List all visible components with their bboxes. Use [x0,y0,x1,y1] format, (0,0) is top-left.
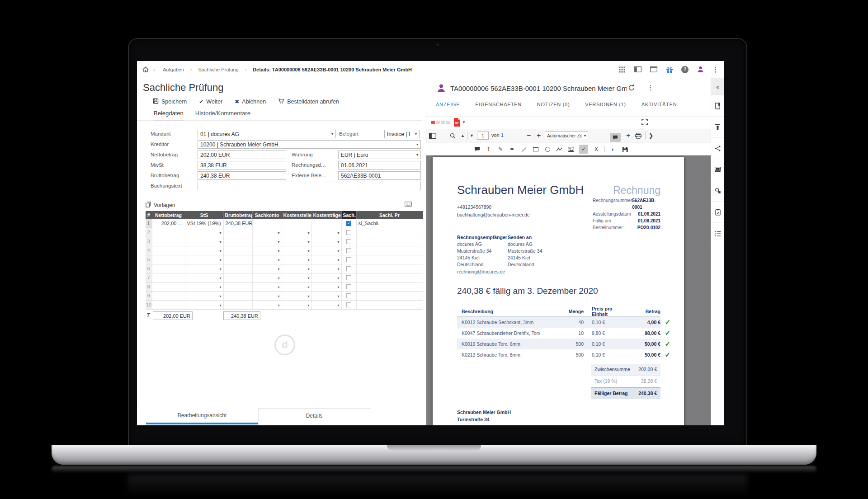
sts-select-cell[interactable]: ▾ [185,300,223,309]
pdf-file-button[interactable]: ▼ [453,118,466,127]
refresh-icon[interactable] [628,84,635,93]
breadcrumb-item[interactable]: Aufgaben [163,67,184,72]
check-tool-icon[interactable]: ✓ [579,145,588,154]
toggle-annotations-icon[interactable]: ◐ [609,145,617,154]
sachkonto-select-cell[interactable]: ▾ [252,255,282,264]
tab-bearbeitungsansicht[interactable]: Bearbeitungsansicht [146,408,258,424]
netto-cell[interactable] [152,300,185,309]
sachl-cell[interactable] [356,282,423,291]
check-annotation[interactable]: ✓ [665,329,670,337]
ellipse-tool-icon[interactable] [544,145,551,154]
comment-bubble-icon[interactable] [473,145,481,154]
sachl-cell[interactable] [356,300,423,309]
back-chevron[interactable]: ‹ [153,66,155,73]
brutto-cell[interactable] [223,273,252,282]
gift-icon[interactable] [665,66,674,74]
brutto-cell[interactable] [223,246,252,255]
kostentraeger-select-cell[interactable]: ▾ [311,264,341,273]
sach-checkbox[interactable] [346,248,351,253]
kostenstelle-select-cell[interactable]: ▾ [282,237,311,246]
sachkonto-select-cell[interactable]: ▾ [252,300,282,309]
kostenstelle-select-cell[interactable]: ▾ [282,291,311,300]
kostenstelle-select-cell[interactable]: ▾ [282,273,311,282]
user-icon[interactable] [696,66,704,74]
nettobetrag-field[interactable]: 202,00 EUR [198,151,286,159]
reject-button[interactable]: ✖ Ablehnen [235,98,266,105]
page-square[interactable] [441,121,445,124]
keyboard-icon[interactable] [405,202,412,208]
more-menu-icon[interactable]: ⋮ [647,83,654,92]
sachl-cell[interactable] [356,264,423,273]
sachkonto-cell[interactable] [252,219,282,228]
collapse-panel-button[interactable]: « [711,78,724,95]
add-icon[interactable]: + [626,129,630,142]
tab-aktivitaeten[interactable]: AKTIVITÄTEN [642,102,677,112]
kostentraeger-select-cell[interactable]: ▾ [311,255,341,264]
check-annotation[interactable]: ✓ [665,318,670,326]
brutto-cell[interactable] [223,264,252,273]
sachkonto-select-cell[interactable]: ▾ [252,282,282,291]
brutto-cell[interactable]: 240,38 EUR [223,219,252,228]
sts-select-cell[interactable]: ▾ [185,291,223,300]
vorlagen-button[interactable]: Vorlagen [146,202,175,209]
sach-checkbox[interactable] [346,266,351,271]
kostentraeger-select-cell[interactable]: ▾ [311,228,341,237]
netto-cell[interactable]: 202,00 … [152,219,185,228]
sachl-cell[interactable] [356,255,423,264]
kostenstelle-select-cell[interactable]: ▾ [282,282,311,291]
netto-cell[interactable] [152,264,185,273]
continue-button[interactable]: ✔ Weiter [199,98,222,105]
sach-checkbox[interactable] [346,221,351,226]
help-icon[interactable]: ? [681,66,689,73]
zoom-select[interactable]: Automatischer Zoom ▾ [545,132,588,140]
tab-versionen[interactable]: VERSIONEN (1) [585,102,626,112]
sachl-cell[interactable] [356,246,423,255]
rechnungsdatum-field[interactable]: 01.06.2021 [338,161,421,169]
brutto-cell[interactable] [223,228,252,237]
sts-select-cell[interactable]: ▾ [185,237,223,246]
more-tools-icon[interactable]: ❯ [649,129,653,142]
next-page-icon[interactable]: ▼ [470,129,474,142]
breadcrumb-item[interactable]: Sachliche Prüfung [198,67,238,72]
sachkonto-select-cell[interactable]: ▾ [252,273,282,282]
tab-historie[interactable]: Historie/Kommentare [195,110,250,121]
split-panel-icon[interactable] [634,66,642,74]
netto-cell[interactable] [152,273,185,282]
sach-checkbox[interactable] [346,302,351,307]
sachl-cell[interactable] [356,228,423,237]
sachkonto-select-cell[interactable]: ▾ [252,228,282,237]
kostenstelle-select-cell[interactable]: ▾ [282,246,311,255]
brutto-cell[interactable] [223,282,252,291]
rectangle-tool-icon[interactable] [532,145,539,154]
tab-details[interactable]: Details [258,408,370,424]
apps-grid-icon[interactable] [618,66,626,74]
previous-page-icon[interactable]: ▲ [461,129,465,142]
netto-cell[interactable] [152,282,185,291]
netto-cell[interactable] [152,291,185,300]
waehrung-select[interactable]: EUR | Euro ▾ [338,151,421,159]
tab-belegdaten[interactable]: Belegdaten [154,110,184,121]
sachkonto-select-cell[interactable]: ▾ [252,246,282,255]
sach-checkbox[interactable] [346,230,351,235]
save-button[interactable]: Speichern [153,98,187,105]
image-tool-icon[interactable] [567,145,575,154]
share-icon[interactable] [711,138,724,159]
kostenstelle-select-cell[interactable]: ▾ [282,264,311,273]
print-icon[interactable] [635,129,642,142]
sachkonto-select-cell[interactable]: ▾ [252,237,282,246]
page-square-active[interactable] [431,121,435,124]
save-annotations-icon[interactable] [621,145,628,154]
kostentraeger-select-cell[interactable]: ▾ [311,246,341,255]
window-icon[interactable] [650,66,658,74]
workflow-icon[interactable] [711,180,724,202]
home-icon[interactable] [142,66,150,74]
netto-cell[interactable] [152,228,185,237]
page-square[interactable] [436,121,440,124]
pencil-icon[interactable]: ✎ [497,145,504,154]
polyline-tool-icon[interactable] [556,145,563,154]
sachkonto-select-cell[interactable]: ▾ [252,264,282,273]
sts-select-cell[interactable]: ▾ [185,282,223,291]
kostenstelle-cell[interactable] [282,219,311,228]
tab-notizen[interactable]: NOTIZEN (0) [537,102,570,112]
kostentraeger-select-cell[interactable]: ▾ [311,237,341,246]
